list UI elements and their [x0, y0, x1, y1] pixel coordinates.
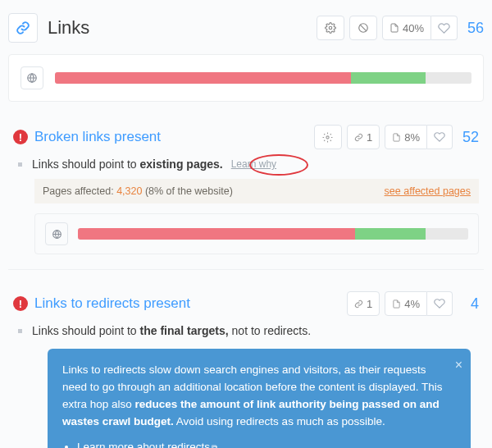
see-affected-pages-link[interactable]: see affected pages: [385, 185, 471, 197]
issue-broken-links: ! Broken links present 1 8% 52 Links sho…: [8, 117, 484, 270]
bullet-icon: [18, 329, 22, 333]
stats-pct: 40%: [403, 22, 424, 34]
alert-icon: !: [13, 296, 28, 311]
section-score: 56: [462, 20, 484, 37]
page: Links 40% 56 ! Broken link: [0, 0, 492, 448]
settings-button[interactable]: [317, 16, 344, 40]
header-actions: 40% 56: [317, 16, 484, 40]
globe-icon: [45, 222, 68, 245]
issue-score: 4: [458, 295, 479, 313]
favorite-button[interactable]: [431, 16, 458, 40]
bullet-icon: [18, 162, 22, 167]
section-header: Links 40% 56: [0, 8, 492, 48]
external-icon: ⧉: [212, 443, 217, 448]
link-count-chip[interactable]: 1: [347, 291, 380, 316]
bar-green: [351, 72, 426, 84]
issue-bar: [78, 228, 468, 240]
info-banner: × Links to redirects slow down search en…: [48, 349, 471, 448]
pct-chip[interactable]: 4%: [385, 291, 427, 316]
stats-button[interactable]: 40%: [382, 16, 431, 40]
link-count-chip[interactable]: 1: [347, 125, 380, 149]
issue-links-to-redirects: ! Links to redirects present 1 4% 4 Link…: [8, 283, 484, 448]
bar-grey: [426, 72, 472, 84]
issue-title[interactable]: Links to redirects present: [34, 295, 340, 312]
overall-bar: [55, 72, 472, 84]
overall-bar-card: [8, 54, 484, 102]
bar-red: [55, 72, 351, 84]
link-icon: [8, 13, 38, 43]
favorite-button[interactable]: [427, 125, 453, 149]
block-button[interactable]: [349, 16, 377, 40]
svg-point-0: [329, 26, 332, 30]
issue-description: Links should point to existing pages. Le…: [18, 158, 479, 171]
pct-chip[interactable]: 8%: [385, 125, 427, 149]
favorite-button[interactable]: [427, 291, 453, 316]
alert-icon: !: [13, 130, 28, 144]
issue-score: 52: [458, 129, 479, 146]
learn-why-link[interactable]: Learn why: [231, 158, 276, 170]
globe-icon: [20, 66, 43, 89]
issue-bar-card: [34, 213, 479, 254]
settings-button[interactable]: [314, 125, 342, 149]
issue-description: Links should point to the final targets,…: [18, 324, 479, 337]
svg-point-3: [326, 135, 329, 138]
close-icon[interactable]: ×: [455, 355, 462, 376]
pages-affected-bar: Pages affected: 4,320 (8% of the website…: [34, 179, 479, 203]
issue-title[interactable]: Broken links present: [34, 129, 308, 145]
section-title: Links: [48, 17, 317, 39]
learn-redirects-link[interactable]: Learn more about redirects⧉: [77, 441, 217, 448]
